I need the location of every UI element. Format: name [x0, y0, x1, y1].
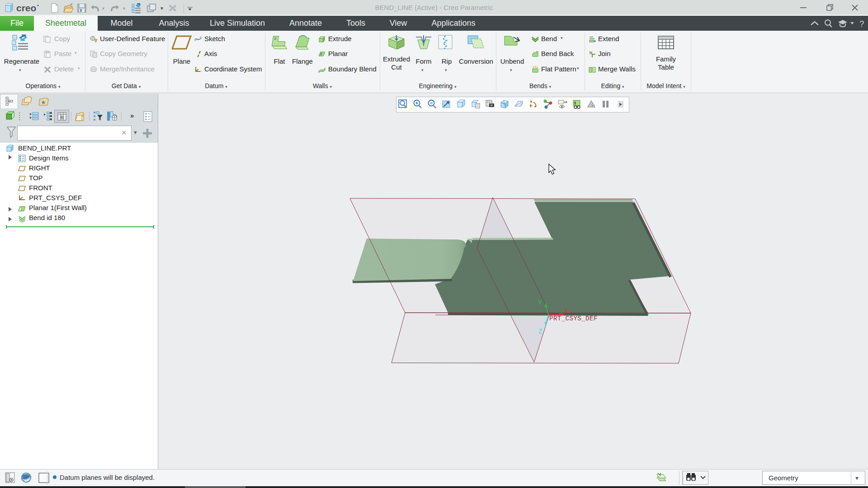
svg-text:X: X: [565, 308, 569, 315]
svg-text:PRT_CSYS_DEF: PRT_CSYS_DEF: [549, 315, 598, 322]
svg-text:▼: ▼: [160, 6, 164, 11]
svg-text:?: ?: [859, 19, 864, 28]
svg-text:Z: Z: [538, 328, 542, 335]
svg-text:creo: creo: [16, 3, 36, 13]
svg-text:▼: ▼: [122, 6, 126, 11]
svg-text:Y: Y: [538, 299, 542, 306]
svg-text:▼: ▼: [101, 6, 105, 11]
